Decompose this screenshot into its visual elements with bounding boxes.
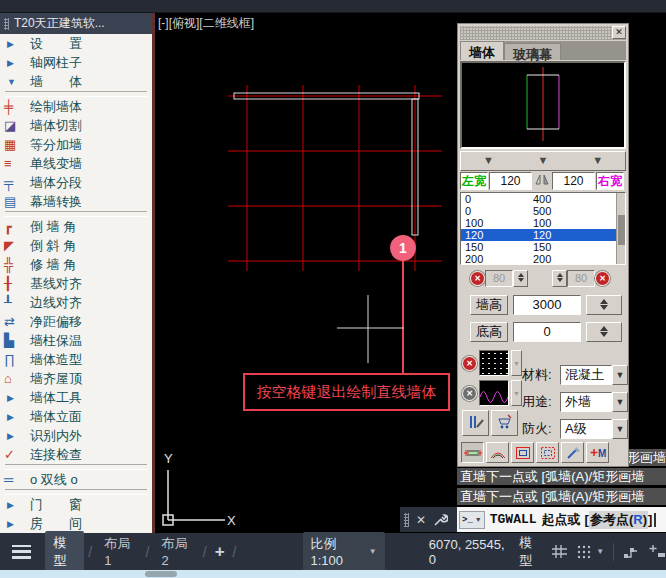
width-row[interactable]: 200200 (461, 253, 625, 265)
left-spin-value[interactable]: 80 (485, 270, 513, 287)
material-dropdown-icon[interactable]: ▼ (612, 365, 628, 385)
sidebar-item-chamfer-wall[interactable]: ◤倒 斜 角 (0, 236, 152, 255)
wall-height-input[interactable]: 3000 (513, 295, 581, 315)
sidebar-item-settings[interactable]: ▶设 置 (0, 34, 152, 53)
delete-right-width-icon[interactable]: ✕ (595, 271, 610, 286)
right-width-input[interactable]: 120 (552, 172, 595, 190)
dynamic-input-icon[interactable] (649, 544, 666, 559)
usage-select[interactable]: 外墙 (560, 392, 612, 412)
tab-wall[interactable]: 墙体 (460, 41, 504, 60)
rect-wall-button[interactable] (511, 442, 534, 463)
tab-model[interactable]: 模型 (45, 531, 84, 573)
grid-display-icon[interactable] (551, 544, 568, 559)
close-icon[interactable]: ✕ (416, 513, 426, 527)
step-marker[interactable]: 1 (390, 235, 416, 261)
mirror-icon[interactable] (533, 172, 551, 190)
material-select[interactable]: 混凝土 (560, 365, 612, 385)
sidebar-item-wall[interactable]: ▼墙 体 (0, 72, 152, 91)
sidebar-item-identify-inout[interactable]: ▶识别内外 (0, 426, 152, 445)
grip-handle-icon[interactable] (404, 513, 409, 527)
clear-hatch-icon[interactable]: ✕ (462, 356, 477, 371)
tab-curtain-wall[interactable]: 玻璃幕 (504, 43, 561, 60)
insulation-dropdown-icon[interactable]: ▼ (511, 380, 522, 406)
fire-rating-dropdown-icon[interactable]: ▼ (612, 419, 628, 439)
sidebar-item-edge-align[interactable]: ┸边线对齐 (0, 293, 152, 312)
panel-title-bar[interactable]: ✕ (460, 26, 626, 40)
new-layout-button[interactable]: + (211, 542, 229, 562)
center-align-dropdown-icon[interactable]: ▼ (538, 155, 549, 166)
sidebar-title-bar[interactable]: T20天正建筑软... (0, 13, 152, 34)
sidebar-item-double-line[interactable]: ═o 双线 o (0, 470, 152, 489)
close-button[interactable]: ✕ (612, 26, 626, 39)
tab-layout1[interactable]: 布局1 (96, 532, 141, 571)
sidebar-item-fillet-wall[interactable]: ┏倒 墙 角 (0, 217, 152, 236)
left-width-input[interactable]: 120 (489, 172, 532, 190)
right-spin-value[interactable]: 80 (567, 270, 595, 287)
sidebar-item-wall-shape[interactable]: ∏墙体造型 (0, 350, 152, 369)
sidebar-item-wall-to-roof[interactable]: ⌂墙齐屋顶 (0, 369, 152, 388)
sidebar-item-connection-check[interactable]: ✓连接检查 (0, 445, 152, 464)
base-height-spinner[interactable] (586, 322, 622, 342)
command-prompt-icon[interactable]: >_▼ (459, 511, 485, 529)
sidebar-item-draw-wall[interactable]: ╪绘制墙体 (0, 97, 152, 116)
base-height-input[interactable]: 0 (513, 322, 581, 342)
sidebar-item-label: 墙齐屋顶 (30, 370, 82, 388)
option-paren-close: ) (643, 512, 647, 527)
chevron-down-icon[interactable]: ▼ (596, 547, 604, 556)
match-properties-button[interactable] (561, 442, 584, 463)
snap-mode-icon[interactable] (577, 545, 591, 559)
sidebar-item-wall-elevation[interactable]: ▶墙体立面 (0, 407, 152, 426)
wall-style-button[interactable] (462, 410, 489, 436)
straight-wall-button[interactable] (461, 442, 484, 463)
sidebar-item-wall-tools[interactable]: ▶墙体工具 (0, 388, 152, 407)
left-align-dropdown-icon[interactable]: ▼ (483, 155, 494, 166)
sidebar-item-wall-cut[interactable]: ◪墙体切割 (0, 116, 152, 135)
command-input[interactable]: >_▼ TGWALL 起点或 [ 参考点(R) ] (457, 507, 666, 532)
sidebar-item-baseline-align[interactable]: ╂基线对齐 (0, 274, 152, 293)
tab-separator: / (88, 544, 92, 560)
menu-hamburger-icon[interactable] (12, 545, 31, 559)
rect-wall-alt-button[interactable] (536, 442, 559, 463)
equal-divide-icon: ▦ (0, 137, 26, 152)
width-row[interactable]: 150150 (461, 241, 625, 253)
sidebar-item-clear-offset[interactable]: ⇄净距偏移 (0, 312, 152, 331)
sidebar-item-curtain-convert[interactable]: ▤幕墙转换 (0, 192, 152, 211)
sidebar-item-equal-add-wall[interactable]: ▦等分加墙 (0, 135, 152, 154)
arc-wall-button[interactable] (486, 442, 509, 463)
sidebar-item-line-to-wall[interactable]: ≡单线变墙 (0, 154, 152, 173)
fire-rating-label: 防火: (522, 420, 560, 438)
tab-layout2[interactable]: 布局2 (153, 532, 198, 571)
usage-dropdown-icon[interactable]: ▼ (612, 392, 628, 412)
width-row[interactable]: 0500 (461, 205, 625, 217)
wall-height-spinner[interactable] (586, 295, 622, 315)
material-previews: ✕ ▼ ✕ ▼ (460, 350, 522, 441)
pick-style-button[interactable] (491, 410, 518, 436)
customize-wrench-icon[interactable] (433, 512, 448, 527)
hatch-dropdown-icon[interactable]: ▼ (511, 350, 522, 376)
hatch-pattern-preview[interactable] (479, 350, 509, 376)
left-width-spinner[interactable] (513, 270, 528, 287)
sidebar-item-wall-insulation[interactable]: ▙墙柱保温 (0, 331, 152, 350)
sidebar-item-fix-corner[interactable]: ╬修 墙 角 (0, 255, 152, 274)
list-scrollbar[interactable] (616, 193, 625, 264)
usage-row: 用途: 外墙 ▼ (522, 391, 628, 413)
command-option-reference-point[interactable]: 参考点(R) (589, 511, 648, 529)
insulation-pattern-preview[interactable] (479, 380, 509, 406)
delete-left-width-icon[interactable]: ✕ (470, 271, 485, 286)
sidebar-item-door-window[interactable]: ▶门 窗 (0, 495, 152, 514)
right-align-dropdown-icon[interactable]: ▼ (592, 155, 603, 166)
model-space-toggle[interactable]: 模型 (519, 534, 542, 570)
plus-m-button[interactable]: M (586, 442, 609, 463)
width-row[interactable]: 120120 (461, 229, 625, 241)
right-width-spinner[interactable] (552, 270, 567, 287)
sidebar-item-axis-grid[interactable]: ▶轴网柱子 (0, 53, 152, 72)
fire-rating-select[interactable]: A级 (560, 419, 612, 439)
width-row[interactable]: 100100 (461, 217, 625, 229)
clear-insulation-icon[interactable]: ✕ (462, 386, 477, 401)
sidebar-item-wall-segment[interactable]: ╤墙体分段 (0, 173, 152, 192)
scrollbar-thumb[interactable] (618, 215, 625, 245)
width-list[interactable]: 04000500100100120120150150200200 (460, 192, 626, 265)
width-row[interactable]: 0400 (461, 193, 625, 205)
dynamic-ucs-icon[interactable] (623, 544, 640, 559)
scale-control[interactable]: 比例 1:100 ▼ (303, 532, 385, 571)
